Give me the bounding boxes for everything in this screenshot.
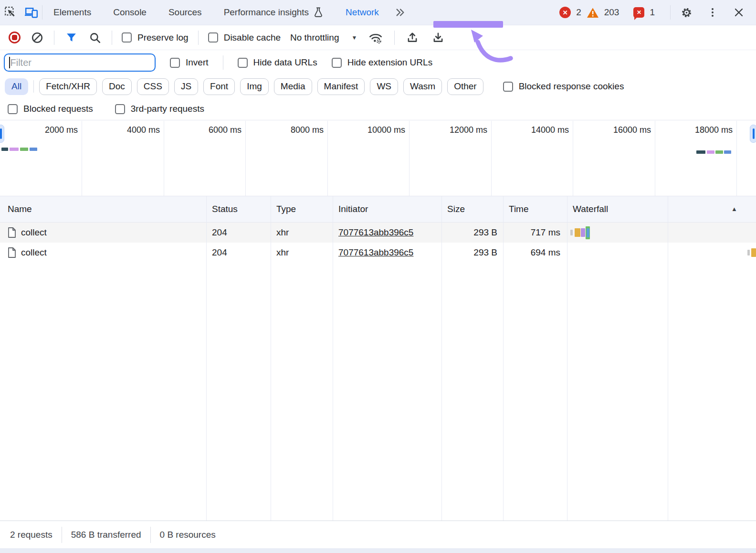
checkbox-box[interactable] bbox=[122, 32, 132, 43]
filter-chip-manifest[interactable]: Manifest bbox=[317, 78, 365, 95]
third-party-requests-checkbox[interactable]: 3rd-party requests bbox=[115, 104, 204, 114]
column-header-name[interactable]: Name bbox=[8, 196, 32, 222]
checkbox-box[interactable] bbox=[332, 58, 342, 68]
request-initiator-link[interactable]: 7077613abb396c5 bbox=[338, 223, 413, 243]
request-name: collect bbox=[21, 243, 47, 263]
checkbox-box[interactable] bbox=[208, 32, 218, 43]
requests-count: 2 requests bbox=[10, 530, 52, 540]
column-separator[interactable] bbox=[567, 196, 567, 521]
record-network-log-button[interactable] bbox=[9, 32, 21, 43]
overview-request-bar bbox=[707, 150, 714, 154]
tab-elements[interactable]: Elements bbox=[42, 0, 102, 25]
column-separator[interactable] bbox=[206, 196, 207, 521]
divider bbox=[394, 31, 395, 45]
column-separator[interactable] bbox=[441, 196, 442, 521]
window-bottom-edge bbox=[0, 548, 756, 553]
filter-chip-all[interactable]: All bbox=[5, 78, 28, 95]
overview-right-handle[interactable] bbox=[750, 125, 756, 143]
error-icon[interactable]: ✕ bbox=[559, 7, 571, 18]
issues-icon[interactable]: ✕ bbox=[633, 7, 644, 18]
tab-performance-insights[interactable]: Performance insights bbox=[213, 0, 335, 25]
network-status-bar: 2 requests 586 B transferred 0 B resourc… bbox=[0, 521, 756, 548]
invert-checkbox[interactable]: Invert bbox=[170, 57, 209, 68]
checkbox-box[interactable] bbox=[170, 58, 180, 68]
settings-button[interactable] bbox=[676, 2, 697, 23]
issue-count[interactable]: 1 bbox=[650, 7, 655, 18]
clear-network-log-button[interactable] bbox=[30, 27, 44, 48]
filter-chip-other[interactable]: Other bbox=[447, 78, 483, 95]
blocked-response-cookies-checkbox[interactable]: Blocked response cookies bbox=[503, 81, 624, 92]
filter-toggle-button[interactable] bbox=[64, 27, 78, 48]
request-time: 717 ms bbox=[503, 223, 560, 243]
overview-left-handle[interactable] bbox=[0, 125, 4, 143]
network-conditions-button[interactable] bbox=[367, 27, 385, 48]
column-header-type[interactable]: Type bbox=[276, 196, 296, 222]
filter-chip-ws[interactable]: WS bbox=[370, 78, 398, 95]
caret-down-icon: ▼ bbox=[351, 34, 357, 41]
export-har-button[interactable] bbox=[404, 27, 420, 48]
column-header-size[interactable]: Size bbox=[447, 196, 465, 222]
hide-extension-urls-checkbox[interactable]: Hide extension URLs bbox=[332, 57, 432, 68]
divider bbox=[62, 527, 62, 543]
tab-network[interactable]: Network bbox=[335, 0, 390, 25]
filter-input[interactable]: Filter bbox=[4, 53, 156, 72]
column-header-initiator[interactable]: Initiator bbox=[338, 196, 368, 222]
request-size: 293 B bbox=[441, 223, 497, 243]
device-toolbar-button[interactable] bbox=[21, 2, 42, 23]
timeline-tick: 2000 ms bbox=[16, 125, 78, 135]
error-count[interactable]: 2 bbox=[576, 7, 581, 18]
chevron-double-right-icon bbox=[394, 7, 407, 18]
filter-chip-fetch-xhr[interactable]: Fetch/XHR bbox=[39, 78, 97, 95]
filter-chip-wasm[interactable]: Wasm bbox=[403, 78, 442, 95]
upload-icon bbox=[406, 32, 419, 44]
request-row[interactable]: collect 204 xhr 7077613abb396c5 293 B 71… bbox=[0, 223, 756, 243]
column-separator[interactable] bbox=[333, 196, 333, 521]
tab-console[interactable]: Console bbox=[102, 0, 158, 25]
close-devtools-button[interactable] bbox=[728, 2, 749, 23]
disable-cache-checkbox[interactable]: Disable cache bbox=[208, 32, 281, 43]
hide-data-urls-label: Hide data URLs bbox=[253, 57, 317, 68]
filter-chip-css[interactable]: CSS bbox=[137, 78, 169, 95]
request-initiator-link[interactable]: 7077613abb396c5 bbox=[338, 243, 413, 263]
filter-chip-img[interactable]: Img bbox=[240, 78, 269, 95]
divider bbox=[223, 55, 223, 70]
timeline-gridline bbox=[245, 121, 246, 196]
request-row[interactable]: collect 204 xhr 7077613abb396c5 293 B 69… bbox=[0, 243, 756, 263]
import-har-button[interactable] bbox=[430, 27, 446, 48]
more-tabs-button[interactable] bbox=[390, 2, 411, 23]
sort-arrow-icon[interactable]: ▲ bbox=[731, 196, 737, 222]
warning-icon[interactable] bbox=[587, 7, 599, 18]
column-header-time[interactable]: Time bbox=[509, 196, 529, 222]
checkbox-box[interactable] bbox=[8, 104, 18, 114]
third-party-requests-label: 3rd-party requests bbox=[131, 104, 204, 114]
filter-chip-font[interactable]: Font bbox=[203, 78, 235, 95]
tab-sources[interactable]: Sources bbox=[158, 0, 213, 25]
warning-count[interactable]: 203 bbox=[604, 7, 620, 18]
search-button[interactable] bbox=[88, 27, 102, 48]
timeline-gridline bbox=[573, 121, 573, 196]
more-options-button[interactable] bbox=[702, 2, 723, 23]
document-icon bbox=[8, 227, 16, 238]
timeline-gridline bbox=[491, 121, 492, 196]
timeline-tick: 8000 ms bbox=[262, 125, 324, 135]
network-overview-timeline[interactable]: 2000 ms 4000 ms 6000 ms 8000 ms 10000 ms… bbox=[0, 121, 756, 196]
filter-chip-js[interactable]: JS bbox=[174, 78, 198, 95]
column-separator[interactable] bbox=[271, 196, 271, 521]
throttling-select[interactable]: No throttling ▼ bbox=[290, 32, 357, 43]
timeline-gridline bbox=[82, 121, 82, 196]
checkbox-box[interactable] bbox=[503, 82, 513, 92]
hide-data-urls-checkbox[interactable]: Hide data URLs bbox=[238, 57, 317, 68]
column-separator[interactable] bbox=[503, 196, 504, 521]
checkbox-box[interactable] bbox=[115, 104, 125, 114]
filter-chip-doc[interactable]: Doc bbox=[102, 78, 132, 95]
column-header-status[interactable]: Status bbox=[212, 196, 238, 222]
blocked-requests-checkbox[interactable]: Blocked requests bbox=[8, 104, 93, 114]
disable-cache-label: Disable cache bbox=[224, 32, 281, 43]
column-header-waterfall[interactable]: Waterfall bbox=[573, 196, 608, 222]
overview-request-bar bbox=[715, 150, 723, 154]
inspect-element-button[interactable] bbox=[0, 2, 21, 23]
filter-chip-media[interactable]: Media bbox=[274, 78, 312, 95]
timeline-gridline bbox=[327, 121, 328, 196]
checkbox-box[interactable] bbox=[238, 58, 248, 68]
preserve-log-checkbox[interactable]: Preserve log bbox=[122, 32, 189, 43]
